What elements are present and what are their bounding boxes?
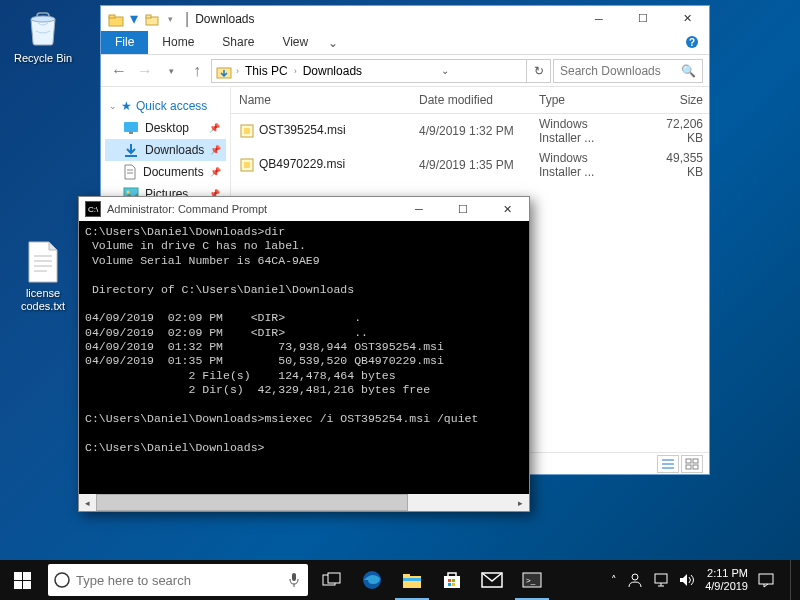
svg-rect-44 (452, 583, 455, 586)
cmd-title: Administrator: Command Prompt (107, 203, 267, 215)
taskbar-mail[interactable] (472, 560, 512, 600)
refresh-button[interactable]: ↻ (526, 60, 550, 82)
tab-share[interactable]: Share (208, 31, 268, 54)
chevron-right-icon[interactable]: › (236, 66, 239, 76)
nav-downloads[interactable]: Downloads 📌 (105, 139, 226, 161)
svg-rect-8 (146, 15, 151, 18)
addressbar-dropdown[interactable]: ⌄ (433, 60, 457, 82)
svg-rect-13 (129, 132, 133, 134)
cmd-icon: C:\ (85, 201, 101, 217)
cmd-h-scrollbar[interactable]: ◂ ▸ (79, 494, 529, 511)
h-scroll-thumb[interactable] (96, 494, 408, 511)
tab-home[interactable]: Home (148, 31, 208, 54)
cortana-icon (48, 571, 76, 589)
nav-quick-access[interactable]: ⌄ ★ Quick access (105, 95, 226, 117)
cmd-close-button[interactable]: ✕ (485, 197, 529, 222)
star-icon: ★ (121, 99, 132, 113)
qat-dropdown-icon[interactable]: ▾ (161, 14, 179, 24)
recycle-bin-icon (21, 5, 65, 49)
svg-rect-24 (244, 162, 250, 168)
col-name[interactable]: Name (231, 87, 411, 113)
col-type[interactable]: Type (531, 87, 641, 113)
volume-icon[interactable] (679, 573, 695, 587)
breadcrumb-root[interactable]: This PC (243, 64, 290, 78)
file-size: 49,355 KB (641, 148, 709, 182)
taskbar: >_ ˄ 2:11 PM 4/9/2019 (0, 560, 800, 600)
cmd-titlebar[interactable]: C:\ Administrator: Command Prompt ─ ☐ ✕ (79, 197, 529, 221)
taskbar-cmd[interactable]: >_ (512, 560, 552, 600)
svg-rect-33 (292, 573, 296, 581)
maximize-button[interactable]: ☐ (621, 6, 665, 31)
downloads-folder-icon (216, 63, 232, 79)
folder-qat-icon[interactable] (143, 12, 161, 26)
close-button[interactable]: ✕ (665, 6, 709, 31)
svg-rect-52 (759, 574, 773, 584)
tab-view[interactable]: View (268, 31, 322, 54)
taskbar-store[interactable] (432, 560, 472, 600)
svg-rect-29 (693, 459, 698, 463)
file-row[interactable]: QB4970229.msi 4/9/2019 1:35 PM Windows I… (231, 148, 709, 182)
taskbar-search[interactable] (48, 564, 308, 596)
chevron-right-icon[interactable]: › (294, 66, 297, 76)
nav-documents-label: Documents (143, 165, 204, 179)
downloads-icon (123, 142, 139, 158)
view-thumbnails-button[interactable] (681, 455, 703, 473)
nav-desktop[interactable]: Desktop 📌 (105, 117, 226, 139)
network-icon[interactable] (653, 573, 669, 587)
svg-rect-39 (403, 578, 421, 581)
desktop-icon (123, 120, 139, 136)
help-icon[interactable]: ? (675, 31, 709, 54)
recent-locations-icon[interactable]: ▾ (159, 59, 183, 83)
search-input[interactable] (76, 573, 280, 588)
file-type: Windows Installer ... (531, 114, 641, 148)
msi-icon (239, 123, 255, 139)
cmd-output[interactable]: C:\Users\Daniel\Downloads>dir Volume in … (79, 221, 529, 494)
svg-rect-42 (452, 579, 455, 582)
forward-button[interactable]: → (133, 59, 157, 83)
col-date[interactable]: Date modified (411, 87, 531, 113)
svg-point-0 (31, 16, 55, 22)
nav-downloads-label: Downloads (145, 143, 204, 157)
file-name: QB4970229.msi (259, 157, 345, 171)
col-size[interactable]: Size (641, 87, 709, 113)
svg-rect-22 (244, 128, 250, 134)
file-row[interactable]: OST395254.msi 4/9/2019 1:32 PM Windows I… (231, 114, 709, 148)
ribbon-expand-icon[interactable]: ⌄ (322, 31, 344, 54)
svg-rect-37 (403, 576, 421, 588)
cmd-maximize-button[interactable]: ☐ (441, 197, 485, 222)
recycle-bin[interactable]: Recycle Bin (8, 5, 78, 65)
scroll-right-icon[interactable]: ▸ (512, 494, 529, 511)
breadcrumb-folder[interactable]: Downloads (301, 64, 364, 78)
cmd-minimize-button[interactable]: ─ (397, 197, 441, 222)
up-button[interactable]: ↑ (185, 59, 209, 83)
mic-icon[interactable] (280, 572, 308, 588)
nav-documents[interactable]: Documents 📌 (105, 161, 226, 183)
scroll-left-icon[interactable]: ◂ (79, 494, 96, 511)
explorer-title: Downloads (195, 12, 254, 26)
minimize-button[interactable]: ─ (577, 6, 621, 31)
down-arrow-icon[interactable]: ▾ (125, 9, 143, 28)
taskbar-edge[interactable] (352, 560, 392, 600)
explorer-titlebar[interactable]: ▾ ▾ | Downloads ─ ☐ ✕ (101, 6, 709, 31)
svg-rect-35 (328, 573, 340, 583)
action-center-icon[interactable] (758, 572, 774, 588)
pin-icon: 📌 (210, 145, 221, 155)
tray-overflow-icon[interactable]: ˄ (611, 574, 617, 587)
svg-rect-38 (403, 574, 410, 577)
back-button[interactable]: ← (107, 59, 131, 83)
show-desktop-button[interactable] (790, 560, 796, 600)
desktop-txt-file[interactable]: license codes.txt (8, 240, 78, 313)
explorer-search[interactable]: Search Downloads 🔍 (553, 59, 703, 83)
task-view-button[interactable] (312, 560, 352, 600)
tab-file[interactable]: File (101, 31, 148, 54)
pin-icon: 📌 (209, 123, 220, 133)
taskbar-explorer[interactable] (392, 560, 432, 600)
address-bar[interactable]: › This PC › Downloads ⌄ ↻ (211, 59, 551, 83)
svg-rect-43 (448, 583, 451, 586)
ribbon-tabs: File Home Share View ⌄ ? (101, 31, 709, 55)
search-placeholder: Search Downloads (560, 64, 661, 78)
people-icon[interactable] (627, 572, 643, 588)
taskbar-clock[interactable]: 2:11 PM 4/9/2019 (705, 567, 748, 592)
view-details-button[interactable] (657, 455, 679, 473)
start-button[interactable] (0, 560, 44, 600)
